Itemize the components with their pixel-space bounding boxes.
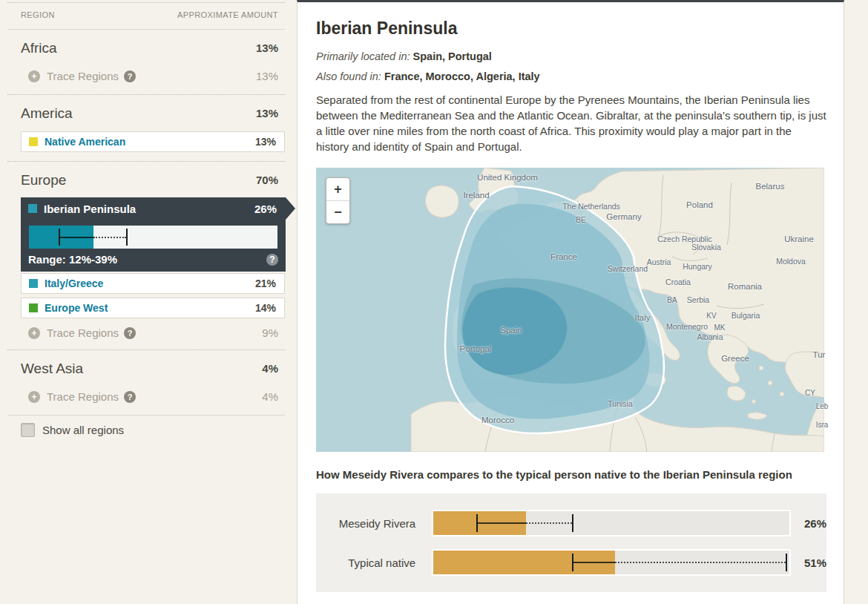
- map-country-label: Isra: [816, 421, 829, 429]
- region-amount: 4%: [262, 362, 278, 375]
- plus-circle-icon[interactable]: +: [28, 391, 40, 403]
- also-found-label: Also found in:: [316, 70, 381, 82]
- map-country-label: Croatia: [665, 278, 691, 286]
- show-all-regions-checkbox[interactable]: [21, 423, 35, 437]
- region-color-swatch: [29, 137, 38, 146]
- range-whisker-dotted: [615, 562, 786, 563]
- help-icon[interactable]: ?: [124, 391, 136, 403]
- range-tick-low: [476, 514, 478, 532]
- map-country-label: France: [550, 252, 577, 261]
- divider: [7, 29, 285, 30]
- selected-region-panel-iberian-peninsula[interactable]: Iberian Peninsula 26% Range: 12%-39% ?: [21, 197, 286, 272]
- also-found-line: Also found in: France, Morocco, Algeria,…: [316, 70, 844, 82]
- map-country-label: BA: [667, 296, 677, 304]
- range-tick-high: [786, 554, 787, 571]
- region-amount: 70%: [256, 174, 278, 186]
- subregion-row-italy-greece[interactable]: Italy/Greece 21%: [21, 273, 285, 294]
- comparison-row-user: Meseidy Rivera 26%: [316, 510, 826, 536]
- divider: [7, 161, 285, 162]
- map-country-label: The Netherlands: [562, 202, 620, 211]
- comparison-row-label: Typical native: [316, 557, 415, 569]
- region-row-africa[interactable]: Africa 13%: [0, 38, 297, 58]
- map-country-label: Switzerland: [608, 264, 648, 273]
- map-country-label: Ireland: [463, 191, 489, 200]
- divider: [7, 94, 285, 95]
- primarily-located-label: Primarily located in:: [316, 50, 410, 62]
- map-country-label: Italy: [634, 313, 650, 322]
- map-zoom-control[interactable]: + −: [326, 177, 350, 224]
- map-country-label: Montenegro: [666, 322, 708, 331]
- trace-regions-amount: 9%: [262, 326, 278, 339]
- region-name: Africa: [21, 40, 57, 56]
- map-country-label: Bulgaria: [731, 311, 760, 320]
- subregion-row-europe-west[interactable]: Europe West 14%: [21, 298, 285, 318]
- range-label: Range: 12%-39%: [28, 253, 117, 266]
- trace-regions-label: Trace Regions: [47, 326, 119, 339]
- help-icon[interactable]: ?: [124, 327, 136, 339]
- map-country-label: Slovakia: [691, 243, 721, 252]
- divider: [7, 349, 285, 350]
- amount-column-header: APPROXIMATE AMOUNT: [177, 10, 278, 19]
- map-country-label: Tunisia: [608, 399, 632, 408]
- subregion-amount: 13%: [255, 136, 276, 148]
- range-bar: [29, 226, 277, 249]
- trace-regions-west-asia[interactable]: + Trace Regions ? 4%: [0, 387, 297, 406]
- range-whisker-solid: [476, 522, 526, 524]
- region-color-swatch: [29, 303, 38, 312]
- help-icon[interactable]: ?: [124, 70, 136, 82]
- region-row-america[interactable]: America 13%: [0, 103, 297, 123]
- range-tick-high: [126, 229, 128, 246]
- range-whisker-dotted: [93, 237, 126, 238]
- zoom-in-button[interactable]: +: [326, 178, 349, 200]
- region-amount: 13%: [256, 42, 278, 54]
- selected-region-header[interactable]: Iberian Peninsula 26%: [21, 197, 286, 220]
- primarily-located-value: Spain, Portugal: [413, 50, 492, 62]
- page-title: Iberian Peninsula: [316, 19, 844, 39]
- range-tick-high: [572, 514, 573, 532]
- map-country-label: Morocco: [481, 416, 514, 424]
- subregion-row-native-american[interactable]: Native American 13%: [21, 131, 285, 152]
- sidebar-column-headers: REGION APPROXIMATE AMOUNT: [0, 3, 297, 24]
- map-country-label: Serbia: [687, 295, 709, 304]
- trace-regions-amount: 13%: [256, 70, 278, 82]
- map-country-label: CY: [805, 389, 815, 397]
- range-tick-low: [59, 229, 60, 246]
- region-detail-panel: Iberian Peninsula Primarily located in: …: [297, 0, 844, 604]
- trace-regions-europe[interactable]: + Trace Regions ? 9%: [0, 324, 297, 342]
- region-map[interactable]: United KingdomIrelandThe NetherlandsBEGe…: [316, 168, 824, 452]
- plus-circle-icon[interactable]: +: [28, 327, 40, 339]
- region-row-west-asia[interactable]: West Asia 4%: [0, 358, 297, 378]
- map-country-label: Tur: [813, 350, 826, 359]
- map-country-label: Greece: [721, 354, 749, 363]
- map-country-label: Hungary: [683, 262, 712, 271]
- plus-circle-icon[interactable]: +: [28, 70, 40, 82]
- trace-regions-label: Trace Regions: [47, 70, 119, 82]
- zoom-out-button[interactable]: −: [326, 201, 349, 223]
- subregion-amount: 21%: [255, 278, 276, 289]
- primarily-located-line: Primarily located in: Spain, Portugal: [316, 50, 844, 62]
- region-sidebar: REGION APPROXIMATE AMOUNT Africa 13% + T…: [0, 0, 297, 604]
- map-labels: United KingdomIrelandThe NetherlandsBEGe…: [316, 168, 824, 452]
- range-whisker-dotted: [526, 522, 572, 524]
- region-name: Europe: [21, 172, 66, 188]
- comparison-heading: How Meseidy Rivera compares to the typic…: [316, 468, 826, 481]
- trace-regions-africa[interactable]: + Trace Regions ? 13%: [0, 67, 297, 85]
- subregion-link[interactable]: Italy/Greece: [45, 278, 103, 289]
- region-name: America: [21, 105, 73, 122]
- region-name: West Asia: [21, 361, 83, 377]
- map-country-label: United Kingdom: [477, 173, 538, 182]
- subregion-link[interactable]: Europe West: [45, 302, 108, 314]
- comparison-row-value: 51%: [804, 557, 826, 569]
- map-country-label: Leb: [816, 402, 829, 410]
- map-country-label: Germany: [606, 212, 641, 221]
- show-all-regions-row[interactable]: Show all regions: [0, 423, 297, 437]
- map-country-label: Albania: [697, 332, 723, 341]
- region-row-europe[interactable]: Europe 70%: [0, 170, 297, 190]
- range-label-row: Range: 12%-39% ?: [21, 253, 286, 266]
- map-country-label: Moldova: [776, 257, 806, 266]
- also-found-value: France, Morocco, Algeria, Italy: [384, 70, 540, 82]
- subregion-link[interactable]: Native American: [45, 136, 125, 148]
- map-country-label: Romania: [728, 282, 762, 291]
- divider: [7, 415, 285, 416]
- help-icon[interactable]: ?: [266, 254, 278, 266]
